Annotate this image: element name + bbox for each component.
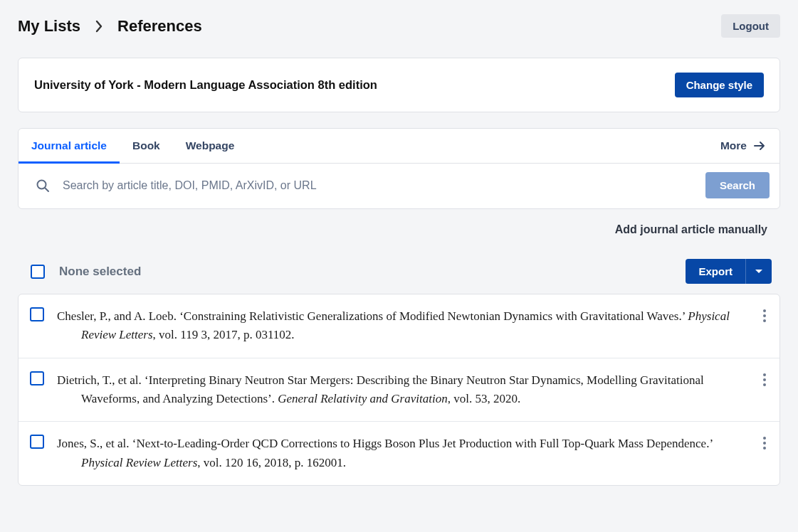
more-vert-icon[interactable] bbox=[761, 307, 768, 324]
ref-tail: , vol. 53, 2020. bbox=[448, 392, 520, 405]
source-type-tabs: Journal article Book Webpage More bbox=[19, 129, 779, 164]
reference-checkbox[interactable] bbox=[30, 307, 44, 321]
search-panel: Journal article Book Webpage More Search bbox=[18, 128, 780, 209]
reference-citation: Jones, S., et al. ‘Next-to-Leading-Order… bbox=[81, 435, 748, 472]
svg-point-9 bbox=[763, 442, 766, 445]
citation-style-name: University of York - Modern Language Ass… bbox=[34, 78, 377, 92]
svg-point-2 bbox=[763, 309, 766, 312]
ref-journal: General Relativity and Gravitation bbox=[278, 392, 447, 405]
svg-point-3 bbox=[763, 314, 766, 317]
svg-point-8 bbox=[763, 437, 766, 440]
reference-checkbox[interactable] bbox=[30, 435, 44, 449]
ref-journal: Physical Review Letters bbox=[81, 456, 197, 469]
ref-authors: Chesler, P., and A. Loeb. bbox=[57, 309, 177, 323]
svg-point-5 bbox=[763, 373, 766, 376]
search-input[interactable] bbox=[63, 174, 697, 198]
svg-point-4 bbox=[763, 319, 766, 322]
breadcrumb: My Lists References bbox=[18, 17, 202, 36]
more-vert-icon[interactable] bbox=[761, 435, 768, 452]
select-all-checkbox[interactable] bbox=[31, 265, 45, 279]
more-vert-icon[interactable] bbox=[761, 371, 768, 388]
svg-line-1 bbox=[45, 188, 48, 191]
export-button[interactable]: Export bbox=[686, 259, 745, 284]
tab-journal-article[interactable]: Journal article bbox=[19, 129, 120, 164]
reference-checkbox[interactable] bbox=[30, 371, 44, 385]
svg-point-10 bbox=[763, 447, 766, 449]
ref-title: ‘Constraining Relativistic Generalizatio… bbox=[179, 309, 685, 323]
tab-webpage[interactable]: Webpage bbox=[173, 129, 248, 164]
search-icon bbox=[28, 179, 54, 193]
breadcrumb-references[interactable]: References bbox=[117, 17, 202, 36]
selection-toolbar: None selected Export bbox=[18, 259, 780, 294]
reference-item: Dietrich, T., et al. ‘Interpreting Binar… bbox=[19, 358, 779, 422]
reference-item: Jones, S., et al. ‘Next-to-Leading-Order… bbox=[19, 422, 779, 485]
chevron-right-icon bbox=[95, 20, 103, 33]
reference-list: Chesler, P., and A. Loeb. ‘Constraining … bbox=[18, 294, 780, 486]
reference-item: Chesler, P., and A. Loeb. ‘Constraining … bbox=[19, 294, 779, 358]
reference-citation: Chesler, P., and A. Loeb. ‘Constraining … bbox=[81, 307, 748, 345]
tab-more-label: More bbox=[720, 139, 747, 152]
ref-authors: Jones, S., et al. bbox=[57, 437, 130, 450]
search-button[interactable]: Search bbox=[705, 172, 770, 198]
tab-more[interactable]: More bbox=[706, 129, 779, 162]
citation-style-panel: University of York - Modern Language Ass… bbox=[18, 58, 780, 112]
change-style-button[interactable]: Change style bbox=[675, 73, 764, 97]
arrow-right-icon bbox=[754, 141, 765, 151]
ref-title: ‘Next-to-Leading-Order QCD Corrections t… bbox=[132, 437, 713, 450]
add-manually-link[interactable]: Add journal article manually bbox=[615, 223, 767, 235]
selection-status: None selected bbox=[59, 265, 141, 279]
ref-tail: , vol. 119 3, 2017, p. 031102. bbox=[153, 328, 295, 341]
caret-down-icon bbox=[755, 269, 763, 275]
tab-book[interactable]: Book bbox=[120, 129, 173, 164]
ref-tail: , vol. 120 16, 2018, p. 162001. bbox=[197, 456, 346, 469]
svg-point-6 bbox=[763, 378, 766, 381]
svg-point-7 bbox=[763, 383, 766, 386]
logout-button[interactable]: Logout bbox=[721, 14, 780, 38]
export-dropdown-button[interactable] bbox=[745, 259, 772, 284]
reference-citation: Dietrich, T., et al. ‘Interpreting Binar… bbox=[81, 371, 748, 409]
breadcrumb-my-lists[interactable]: My Lists bbox=[18, 17, 80, 36]
ref-authors: Dietrich, T., et al. bbox=[57, 373, 142, 387]
